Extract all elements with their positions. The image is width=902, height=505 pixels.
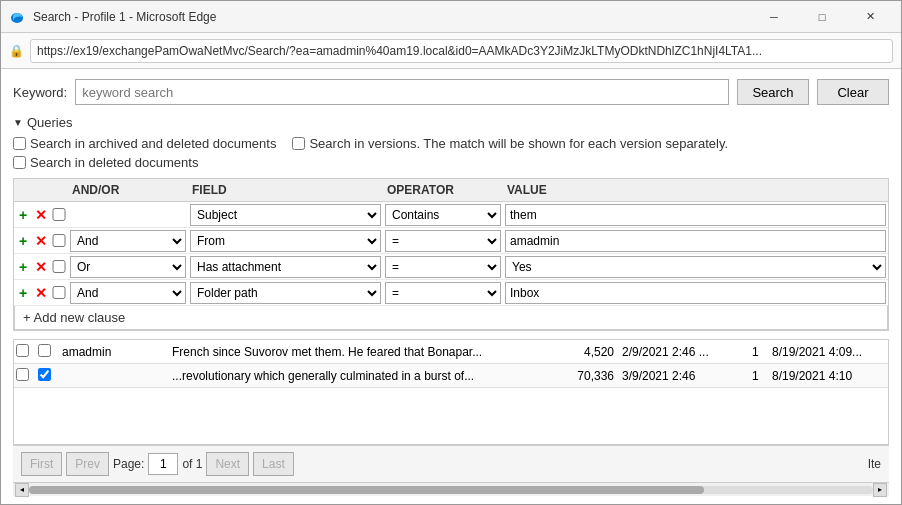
clause-3-value-cell: Yes No [503,256,888,278]
remove-clause-4-button[interactable]: ✕ [32,285,50,301]
titlebar: Search - Profile 1 - Microsoft Edge ─ □ … [1,1,901,33]
clause-1-checkbox[interactable] [52,208,66,221]
remove-clause-1-button[interactable]: ✕ [32,207,50,223]
clear-button[interactable]: Clear [817,79,889,105]
clause-1-op-select[interactable]: Contains = [385,204,501,226]
clause-3-andor-select[interactable]: And Or [70,256,186,278]
clause-row-3: + ✕ And Or Subject From Has attachment F… [14,254,888,280]
add-clause-1-button[interactable]: + [14,207,32,223]
add-clause-label: + Add new clause [23,310,125,325]
header-operator: OPERATOR [383,181,503,199]
checkbox-deleted-input[interactable] [13,156,26,169]
add-clause-3-button[interactable]: + [14,259,32,275]
clauses-header: AND/OR FIELD OPERATOR VALUE [14,179,888,202]
result-1-checkbox2[interactable] [38,344,51,357]
result-2-size: 70,336 [558,369,618,383]
ite-label: Ite [868,457,881,471]
clause-2-field-select[interactable]: Subject From Has attachment Folder path [190,230,381,252]
close-button[interactable]: ✕ [847,1,893,33]
result-2-checkbox[interactable] [16,368,29,381]
search-button[interactable]: Search [737,79,809,105]
clause-1-field-cell: Subject From Has attachment Folder path [188,204,383,226]
result-1-modified: 8/19/2021 4:09... [768,345,888,359]
clause-3-field-select[interactable]: Subject From Has attachment Folder path [190,256,381,278]
scrollbar-thumb[interactable] [29,486,704,494]
minimize-button[interactable]: ─ [751,1,797,33]
checkbox-deleted[interactable]: Search in deleted documents [13,155,198,170]
next-button[interactable]: Next [206,452,249,476]
clause-4-checkbox[interactable] [52,286,66,299]
clause-row-2: + ✕ And Or Subject From Has attachment F… [14,228,888,254]
addressbar: 🔒 https://ex19/exchangePamOwaNetMvc/Sear… [1,33,901,69]
result-1-checkbox[interactable] [16,344,29,357]
clause-3-op-cell: Contains = [383,256,503,278]
header-andor: AND/OR [68,181,188,199]
clause-2-value-input[interactable] [505,230,886,252]
checkbox-versions-input[interactable] [292,137,305,150]
add-clause-button[interactable]: + Add new clause [14,306,888,330]
horizontal-scrollbar[interactable]: ◂ ▸ [13,482,889,496]
keyword-row: Keyword: Search Clear [13,79,889,105]
clause-2-op-cell: Contains = [383,230,503,252]
queries-header[interactable]: ▼ Queries [13,115,889,130]
page-input[interactable] [148,453,178,475]
clause-4-op-select[interactable]: Contains = [385,282,501,304]
remove-clause-3-button[interactable]: ✕ [32,259,50,275]
header-value: VALUE [503,181,888,199]
clause-4-andor-select[interactable]: And Or [70,282,186,304]
result-2-date: 3/9/2021 2:46 [618,369,748,383]
clause-4-field-cell: Subject From Has attachment Folder path [188,282,383,304]
add-clause-4-button[interactable]: + [14,285,32,301]
lock-icon: 🔒 [9,44,24,58]
clause-2-op-select[interactable]: Contains = [385,230,501,252]
result-1-date: 2/9/2021 2:46 ... [618,345,748,359]
queries-label: Queries [27,115,73,130]
clause-2-andor-select[interactable]: And Or [70,230,186,252]
clause-1-field-select[interactable]: Subject From Has attachment Folder path [190,204,381,226]
first-button[interactable]: First [21,452,62,476]
clause-1-value-cell [503,204,888,226]
scroll-left-button[interactable]: ◂ [15,483,29,497]
clause-3-op-select[interactable]: Contains = [385,256,501,278]
page-label: Page: [113,457,144,471]
clause-4-value-input[interactable] [505,282,886,304]
checkbox-versions[interactable]: Search in versions. The match will be sh… [292,136,728,151]
clause-2-andor-cell: And Or [68,230,188,252]
clause-2-value-cell [503,230,888,252]
main-content: Keyword: Search Clear ▼ Queries Search i… [1,69,901,505]
prev-button[interactable]: Prev [66,452,109,476]
maximize-button[interactable]: □ [799,1,845,33]
keyword-input[interactable] [75,79,729,105]
result-row-2: ...revolutionary which generally culmina… [14,364,888,388]
result-2-count: 1 [748,369,768,383]
results-body[interactable]: amadmin French since Suvorov met them. H… [14,340,888,444]
clause-3-value-select[interactable]: Yes No [505,256,886,278]
clauses-table: AND/OR FIELD OPERATOR VALUE + ✕ Subject … [13,178,889,331]
clause-1-op-cell: Contains = [383,204,503,226]
window-title: Search - Profile 1 - Microsoft Edge [33,10,751,24]
scroll-right-button[interactable]: ▸ [873,483,887,497]
add-clause-2-button[interactable]: + [14,233,32,249]
result-1-from: amadmin [58,345,168,359]
clause-4-field-select[interactable]: Subject From Has attachment Folder path [190,282,381,304]
clause-3-checkbox[interactable] [52,260,66,273]
clause-4-value-cell [503,282,888,304]
last-button[interactable]: Last [253,452,294,476]
pagination: First Prev Page: of 1 Next Last Ite [13,445,889,482]
clause-row-1: + ✕ Subject From Has attachment Folder p… [14,202,888,228]
clause-3-andor-cell: And Or [68,256,188,278]
collapse-icon: ▼ [13,117,23,128]
remove-clause-2-button[interactable]: ✕ [32,233,50,249]
clause-1-value-input[interactable] [505,204,886,226]
result-2-checkbox2[interactable] [38,368,51,381]
result-2-subject: ...revolutionary which generally culmina… [168,369,558,383]
result-2-modified: 8/19/2021 4:10 [768,369,888,383]
clause-2-checkbox[interactable] [52,234,66,247]
checkbox-archived-input[interactable] [13,137,26,150]
clause-3-field-cell: Subject From Has attachment Folder path [188,256,383,278]
clause-4-andor-cell: And Or [68,282,188,304]
scrollbar-track[interactable] [29,486,873,494]
clause-2-field-cell: Subject From Has attachment Folder path [188,230,383,252]
url-display[interactable]: https://ex19/exchangePamOwaNetMvc/Search… [30,39,893,63]
checkbox-archived[interactable]: Search in archived and deleted documents [13,136,276,151]
